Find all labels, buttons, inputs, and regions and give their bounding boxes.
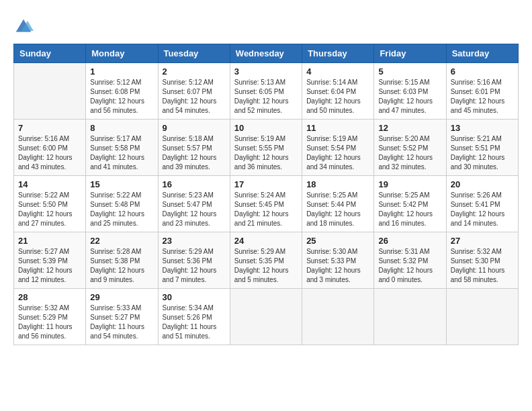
calendar-week-4: 21Sunrise: 5:27 AM Sunset: 5:39 PM Dayli… bbox=[14, 232, 519, 289]
day-number: 2 bbox=[163, 66, 226, 77]
day-number: 27 bbox=[451, 236, 514, 246]
calendar-table: SundayMondayTuesdayWednesdayThursdayFrid… bbox=[13, 44, 519, 345]
day-info: Sunrise: 5:19 AM Sunset: 5:54 PM Dayligh… bbox=[306, 134, 369, 172]
calendar-cell: 12Sunrise: 5:20 AM Sunset: 5:52 PM Dayli… bbox=[374, 120, 446, 176]
calendar-cell: 30Sunrise: 5:34 AM Sunset: 5:26 PM Dayli… bbox=[158, 289, 230, 345]
day-info: Sunrise: 5:12 AM Sunset: 6:07 PM Dayligh… bbox=[163, 78, 226, 116]
weekday-header-monday: Monday bbox=[86, 44, 158, 63]
day-number: 4 bbox=[306, 66, 369, 77]
calendar-cell bbox=[374, 289, 446, 345]
calendar-week-5: 28Sunrise: 5:32 AM Sunset: 5:29 PM Dayli… bbox=[14, 289, 519, 345]
calendar-cell: 21Sunrise: 5:27 AM Sunset: 5:39 PM Dayli… bbox=[14, 232, 86, 289]
day-number: 12 bbox=[378, 123, 441, 133]
calendar-cell: 4Sunrise: 5:14 AM Sunset: 6:04 PM Daylig… bbox=[302, 63, 374, 120]
calendar-cell: 17Sunrise: 5:24 AM Sunset: 5:45 PM Dayli… bbox=[230, 176, 302, 232]
day-info: Sunrise: 5:29 AM Sunset: 5:35 PM Dayligh… bbox=[234, 247, 298, 285]
day-info: Sunrise: 5:15 AM Sunset: 6:03 PM Dayligh… bbox=[378, 78, 441, 116]
day-number: 19 bbox=[378, 179, 441, 189]
day-info: Sunrise: 5:30 AM Sunset: 5:33 PM Dayligh… bbox=[306, 247, 369, 285]
day-number: 28 bbox=[18, 292, 81, 302]
calendar-week-1: 1Sunrise: 5:12 AM Sunset: 6:08 PM Daylig… bbox=[14, 63, 519, 120]
calendar-cell bbox=[14, 63, 86, 120]
day-number: 8 bbox=[90, 123, 153, 133]
day-number: 24 bbox=[234, 236, 298, 246]
day-info: Sunrise: 5:25 AM Sunset: 5:44 PM Dayligh… bbox=[306, 191, 369, 228]
day-info: Sunrise: 5:27 AM Sunset: 5:39 PM Dayligh… bbox=[18, 247, 81, 285]
calendar-cell: 26Sunrise: 5:31 AM Sunset: 5:32 PM Dayli… bbox=[374, 232, 446, 289]
day-number: 16 bbox=[163, 179, 226, 189]
calendar-cell: 14Sunrise: 5:22 AM Sunset: 5:50 PM Dayli… bbox=[14, 176, 86, 232]
day-number: 1 bbox=[90, 66, 153, 77]
day-info: Sunrise: 5:16 AM Sunset: 6:01 PM Dayligh… bbox=[451, 78, 514, 116]
day-info: Sunrise: 5:20 AM Sunset: 5:52 PM Dayligh… bbox=[378, 134, 441, 172]
day-info: Sunrise: 5:16 AM Sunset: 6:00 PM Dayligh… bbox=[18, 134, 81, 172]
day-info: Sunrise: 5:34 AM Sunset: 5:26 PM Dayligh… bbox=[163, 304, 226, 341]
day-number: 29 bbox=[90, 292, 153, 302]
day-number: 11 bbox=[306, 123, 369, 133]
calendar-cell: 27Sunrise: 5:32 AM Sunset: 5:30 PM Dayli… bbox=[446, 232, 518, 289]
calendar-cell: 13Sunrise: 5:21 AM Sunset: 5:51 PM Dayli… bbox=[446, 120, 518, 176]
calendar-cell: 28Sunrise: 5:32 AM Sunset: 5:29 PM Dayli… bbox=[14, 289, 86, 345]
calendar-cell: 11Sunrise: 5:19 AM Sunset: 5:54 PM Dayli… bbox=[302, 120, 374, 176]
weekday-header-thursday: Thursday bbox=[302, 44, 374, 63]
calendar-cell: 24Sunrise: 5:29 AM Sunset: 5:35 PM Dayli… bbox=[230, 232, 302, 289]
calendar-cell: 18Sunrise: 5:25 AM Sunset: 5:44 PM Dayli… bbox=[302, 176, 374, 232]
day-info: Sunrise: 5:21 AM Sunset: 5:51 PM Dayligh… bbox=[451, 134, 514, 172]
day-info: Sunrise: 5:22 AM Sunset: 5:48 PM Dayligh… bbox=[90, 191, 153, 228]
day-info: Sunrise: 5:14 AM Sunset: 6:04 PM Dayligh… bbox=[306, 78, 369, 116]
calendar-cell: 10Sunrise: 5:19 AM Sunset: 5:55 PM Dayli… bbox=[230, 120, 302, 176]
day-info: Sunrise: 5:22 AM Sunset: 5:50 PM Dayligh… bbox=[18, 191, 81, 228]
weekday-header-tuesday: Tuesday bbox=[158, 44, 230, 63]
calendar-cell: 25Sunrise: 5:30 AM Sunset: 5:33 PM Dayli… bbox=[302, 232, 374, 289]
calendar-cell bbox=[230, 289, 302, 345]
calendar-cell: 23Sunrise: 5:29 AM Sunset: 5:36 PM Dayli… bbox=[158, 232, 230, 289]
day-info: Sunrise: 5:25 AM Sunset: 5:42 PM Dayligh… bbox=[378, 191, 441, 228]
calendar-week-3: 14Sunrise: 5:22 AM Sunset: 5:50 PM Dayli… bbox=[14, 176, 519, 232]
calendar-cell: 2Sunrise: 5:12 AM Sunset: 6:07 PM Daylig… bbox=[158, 63, 230, 120]
calendar-cell: 15Sunrise: 5:22 AM Sunset: 5:48 PM Dayli… bbox=[86, 176, 158, 232]
weekday-header-friday: Friday bbox=[374, 44, 446, 63]
day-number: 14 bbox=[18, 179, 81, 189]
weekday-header-sunday: Sunday bbox=[14, 44, 86, 63]
day-info: Sunrise: 5:26 AM Sunset: 5:41 PM Dayligh… bbox=[451, 191, 514, 228]
calendar-cell: 5Sunrise: 5:15 AM Sunset: 6:03 PM Daylig… bbox=[374, 63, 446, 120]
calendar-cell: 19Sunrise: 5:25 AM Sunset: 5:42 PM Dayli… bbox=[374, 176, 446, 232]
day-number: 15 bbox=[90, 179, 153, 189]
weekday-header-row: SundayMondayTuesdayWednesdayThursdayFrid… bbox=[14, 44, 519, 63]
day-info: Sunrise: 5:32 AM Sunset: 5:29 PM Dayligh… bbox=[18, 304, 81, 341]
calendar-cell: 16Sunrise: 5:23 AM Sunset: 5:47 PM Dayli… bbox=[158, 176, 230, 232]
day-number: 21 bbox=[18, 236, 81, 246]
day-number: 9 bbox=[163, 123, 226, 133]
day-info: Sunrise: 5:18 AM Sunset: 5:57 PM Dayligh… bbox=[163, 134, 226, 172]
day-number: 22 bbox=[90, 236, 153, 246]
logo-icon bbox=[13, 17, 34, 37]
header bbox=[13, 13, 519, 37]
day-info: Sunrise: 5:19 AM Sunset: 5:55 PM Dayligh… bbox=[234, 134, 298, 172]
day-info: Sunrise: 5:23 AM Sunset: 5:47 PM Dayligh… bbox=[163, 191, 226, 228]
weekday-header-saturday: Saturday bbox=[446, 44, 518, 63]
day-info: Sunrise: 5:33 AM Sunset: 5:27 PM Dayligh… bbox=[90, 304, 153, 341]
day-number: 7 bbox=[18, 123, 81, 133]
day-number: 18 bbox=[306, 179, 369, 189]
calendar-cell bbox=[446, 289, 518, 345]
day-number: 30 bbox=[163, 292, 226, 302]
logo bbox=[13, 17, 36, 37]
calendar-cell: 6Sunrise: 5:16 AM Sunset: 6:01 PM Daylig… bbox=[446, 63, 518, 120]
day-number: 13 bbox=[451, 123, 514, 133]
day-number: 3 bbox=[234, 66, 298, 77]
day-info: Sunrise: 5:17 AM Sunset: 5:58 PM Dayligh… bbox=[90, 134, 153, 172]
calendar-cell: 20Sunrise: 5:26 AM Sunset: 5:41 PM Dayli… bbox=[446, 176, 518, 232]
day-info: Sunrise: 5:13 AM Sunset: 6:05 PM Dayligh… bbox=[234, 78, 298, 116]
day-info: Sunrise: 5:32 AM Sunset: 5:30 PM Dayligh… bbox=[451, 247, 514, 285]
day-number: 26 bbox=[378, 236, 441, 246]
day-info: Sunrise: 5:28 AM Sunset: 5:38 PM Dayligh… bbox=[90, 247, 153, 285]
day-info: Sunrise: 5:24 AM Sunset: 5:45 PM Dayligh… bbox=[234, 191, 298, 228]
weekday-header-wednesday: Wednesday bbox=[230, 44, 302, 63]
calendar-cell: 29Sunrise: 5:33 AM Sunset: 5:27 PM Dayli… bbox=[86, 289, 158, 345]
day-number: 5 bbox=[378, 66, 441, 77]
day-number: 17 bbox=[234, 179, 298, 189]
day-info: Sunrise: 5:31 AM Sunset: 5:32 PM Dayligh… bbox=[378, 247, 441, 285]
calendar-week-2: 7Sunrise: 5:16 AM Sunset: 6:00 PM Daylig… bbox=[14, 120, 519, 176]
day-number: 23 bbox=[163, 236, 226, 246]
calendar-cell: 3Sunrise: 5:13 AM Sunset: 6:05 PM Daylig… bbox=[230, 63, 302, 120]
